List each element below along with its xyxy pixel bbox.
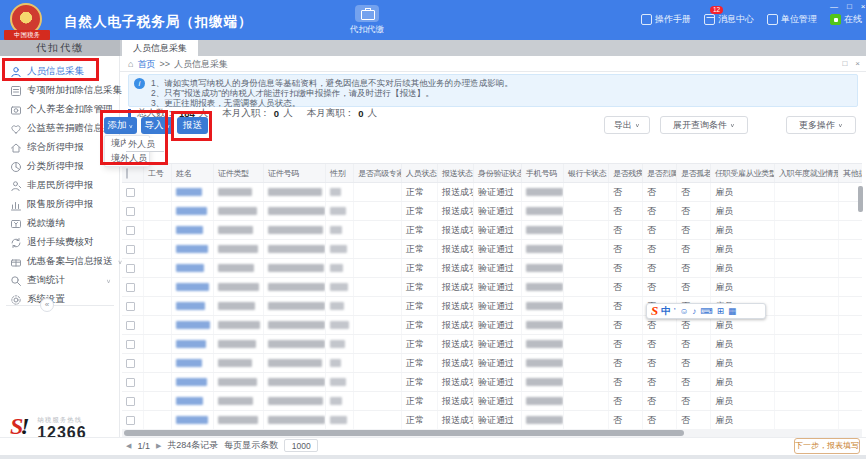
empty-cell bbox=[144, 259, 172, 277]
sidebar-item-8[interactable]: 税款缴纳 bbox=[0, 214, 119, 233]
minimize-button[interactable]: — bbox=[830, 2, 838, 11]
checkbox-icon[interactable] bbox=[126, 378, 135, 387]
header-action-在线[interactable]: 在线 bbox=[830, 13, 862, 26]
sidebar-item-11[interactable]: 查询统计∨ bbox=[0, 271, 119, 290]
cell-is_orphaned: 否 bbox=[677, 411, 711, 429]
vertical-scrollbar-thumb[interactable] bbox=[858, 186, 863, 212]
checkbox-icon[interactable] bbox=[126, 188, 135, 197]
checkbox-icon[interactable] bbox=[126, 397, 135, 406]
empty-cell bbox=[839, 411, 862, 429]
redacted-text bbox=[526, 397, 563, 405]
checkbox-icon[interactable] bbox=[126, 302, 135, 311]
sidebar-item-9[interactable]: 退付手续费核对 bbox=[0, 233, 119, 252]
next-page-icon[interactable]: ▶ bbox=[156, 442, 161, 450]
panel-close-icon[interactable]: × bbox=[855, 56, 860, 72]
maximize-button[interactable]: □ bbox=[847, 2, 852, 11]
header-action-单位管理[interactable]: 单位管理 bbox=[767, 13, 817, 26]
app-window: 中国税务 自然人电子税务局（扣缴端） 代扣代缴 操作手册12消息中心单位管理在线… bbox=[0, 0, 866, 459]
ime-punctuation-icon[interactable]: ’ bbox=[674, 304, 676, 318]
header-action-消息中心[interactable]: 12消息中心 bbox=[704, 13, 754, 26]
redacted-text bbox=[218, 245, 258, 253]
cell-is_disabled: 否 bbox=[609, 316, 643, 334]
ime-toolbox-icon[interactable]: ⊞ bbox=[717, 304, 724, 318]
ime-emoji-icon[interactable]: ☺ bbox=[680, 304, 689, 318]
ime-skin-icon[interactable]: ▦ bbox=[728, 304, 736, 318]
close-button[interactable]: × bbox=[861, 2, 866, 11]
sidebar-item-10[interactable]: 优惠备案与信息报送∨ bbox=[0, 252, 119, 271]
module-tab-withholding[interactable]: 代扣代缴 bbox=[340, 5, 394, 36]
cell-is_disabled: 否 bbox=[609, 392, 643, 410]
sidebar-collapse-button[interactable]: « bbox=[40, 298, 54, 312]
sidebar-item-7[interactable]: 限售股所得申报 bbox=[0, 195, 119, 214]
checkbox-icon[interactable] bbox=[126, 416, 135, 425]
ime-keyboard-icon[interactable]: ⌨ bbox=[701, 304, 713, 318]
sidebar-item-0[interactable]: 人员信息采集 bbox=[0, 62, 119, 81]
page-size-input[interactable]: 1000 bbox=[284, 439, 318, 452]
table-row: 正常报送成功验证通过否否否雇员 bbox=[122, 202, 862, 221]
add-button[interactable]: 添加∨ bbox=[104, 117, 137, 134]
redacted-text bbox=[176, 245, 208, 253]
empty-cell bbox=[775, 354, 839, 372]
ime-mode-chinese[interactable]: 中 bbox=[661, 305, 671, 318]
column-header: 银行卡状态 bbox=[564, 164, 609, 182]
sidebar-item-3[interactable]: 公益慈善捐赠信息采集 bbox=[0, 119, 119, 138]
sidebar-item-5[interactable]: 分类所得申报 bbox=[0, 157, 119, 176]
checkbox-icon[interactable] bbox=[126, 321, 135, 330]
redacted-text bbox=[526, 321, 563, 329]
ime-voice-icon[interactable]: ♪ bbox=[692, 304, 696, 318]
checkbox-icon[interactable] bbox=[126, 283, 135, 292]
more-actions-button[interactable]: 更多操作∨ bbox=[786, 116, 856, 134]
empty-cell bbox=[144, 240, 172, 258]
checkbox-icon[interactable] bbox=[126, 226, 135, 235]
cell-employment_type: 雇员 bbox=[711, 411, 775, 429]
checkbox-icon[interactable] bbox=[126, 340, 135, 349]
table-row: 正常报送成功验证通过否否否雇员 bbox=[122, 373, 862, 392]
donation-icon bbox=[10, 123, 22, 135]
prev-page-icon[interactable]: ◀ bbox=[126, 442, 131, 450]
page-indicator: 1/1 bbox=[137, 441, 150, 451]
empty-cell bbox=[354, 278, 402, 296]
sidebar-item-6[interactable]: 非居民所得申报 bbox=[0, 176, 119, 195]
cell-report_status: 报送成功 bbox=[438, 392, 474, 410]
row-checkbox bbox=[122, 202, 144, 220]
sogou-logo-icon[interactable]: S bbox=[651, 304, 658, 318]
checkbox-icon[interactable] bbox=[126, 359, 135, 368]
sidebar-item-1[interactable]: 专项附加扣除信息采集 bbox=[0, 81, 119, 100]
cell-is_martyr: 否 bbox=[643, 373, 677, 391]
table-header-row: 工号姓名证件类型证件号码性别是否高级专家人员状态报送状态身份验证状态手机号码银行… bbox=[122, 163, 862, 183]
cell-report_status: 报送成功 bbox=[438, 278, 474, 296]
redacted-text bbox=[268, 302, 325, 310]
redacted-cell bbox=[522, 240, 564, 258]
empty-cell bbox=[354, 373, 402, 391]
next-step-button[interactable]: 下一步，报表填写 bbox=[794, 438, 860, 454]
checkbox-icon[interactable] bbox=[126, 245, 135, 254]
cell-person_status: 正常 bbox=[402, 221, 438, 239]
menu-item-overseas[interactable]: 境外人员 bbox=[105, 151, 149, 166]
column-header: 证件号码 bbox=[264, 164, 326, 182]
ime-toolbar[interactable]: S 中 ’☺♪⌨⊞▦ bbox=[646, 303, 766, 319]
org-icon bbox=[767, 14, 778, 25]
import-dropdown-menu-partial[interactable]: 外人员 bbox=[126, 138, 164, 152]
checkbox-icon[interactable] bbox=[126, 207, 135, 216]
cell-verify_status: 验证通过 bbox=[474, 221, 522, 239]
expand-query-button[interactable]: 展开查询条件∨ bbox=[660, 116, 748, 134]
submit-button[interactable]: 报送 bbox=[177, 117, 208, 134]
redacted-text bbox=[330, 188, 341, 196]
import-button[interactable]: 导入∨ bbox=[141, 117, 174, 134]
header-action-操作手册[interactable]: 操作手册 bbox=[641, 13, 691, 26]
breadcrumb-home[interactable]: 首页 bbox=[137, 58, 155, 71]
pin-icon[interactable]: □ bbox=[842, 56, 847, 72]
sidebar-item-12[interactable]: 系统设置 bbox=[0, 290, 119, 309]
sidebar-item-2[interactable]: 个人养老金扣除管理 bbox=[0, 100, 119, 119]
checkbox-icon[interactable] bbox=[126, 168, 128, 179]
checkbox-icon[interactable] bbox=[126, 264, 135, 273]
horizontal-scrollbar-thumb[interactable] bbox=[124, 430, 684, 436]
redacted-text bbox=[330, 226, 342, 234]
tab-person-info[interactable]: 人员信息采集 bbox=[122, 40, 198, 56]
redacted-text bbox=[176, 378, 207, 386]
redacted-text bbox=[176, 226, 203, 234]
sidebar-item-4[interactable]: 综合所得申报 bbox=[0, 138, 119, 157]
redacted-text bbox=[268, 207, 325, 215]
export-button[interactable]: 导出∨ bbox=[604, 116, 650, 134]
empty-cell bbox=[144, 202, 172, 220]
